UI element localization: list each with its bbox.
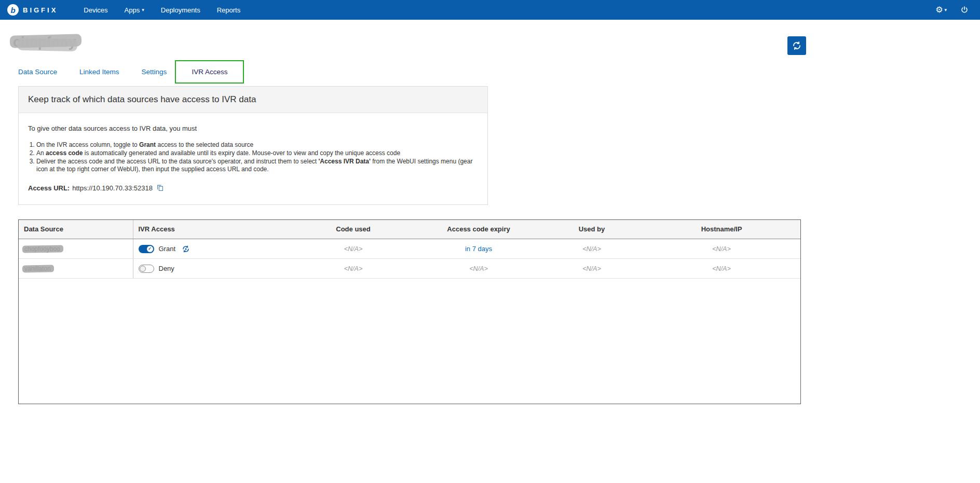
ivr-access-toggle[interactable]: [139, 265, 154, 273]
access-url-value: https://10.190.70.33:52318: [72, 184, 153, 192]
data-source-table: Data Source IVR Access Code used Access …: [18, 219, 801, 404]
ivr-access-toggle[interactable]: [139, 245, 154, 253]
access-url-label: Access URL:: [28, 184, 70, 192]
col-header-code-used: Code used: [290, 220, 416, 239]
step-2: An access code is automatically generate…: [36, 149, 478, 157]
active-tab-highlight: IVR Access: [175, 60, 244, 84]
tab-linked-items[interactable]: Linked Items: [79, 68, 119, 76]
toggle-state-label: Grant: [159, 245, 176, 253]
tab-ivr-access[interactable]: IVR Access: [192, 68, 227, 76]
gear-icon: ⚙: [935, 6, 943, 14]
page-title-redacted-text: chopfooy: [13, 34, 76, 50]
toggle-knob: [140, 266, 146, 272]
nav-right-controls: ⚙ ▾: [935, 6, 969, 14]
bigfix-logo-icon: b: [7, 4, 19, 16]
nav-item-apps[interactable]: Apps ▾: [116, 6, 153, 14]
col-header-data-source: Data Source: [19, 220, 133, 239]
regenerate-code-icon[interactable]: [182, 245, 190, 253]
access-code-expiry-cell: <N/A>: [416, 259, 541, 279]
used-by-cell: <N/A>: [541, 239, 643, 259]
copy-icon[interactable]: [157, 184, 164, 191]
toggle-knob: [147, 246, 153, 252]
settings-menu-button[interactable]: ⚙ ▾: [935, 6, 947, 14]
hostname-ip-cell: <N/A>: [643, 239, 800, 259]
main-menu: Devices Apps ▾ Deployments Reports: [75, 6, 249, 14]
col-header-used-by: Used by: [541, 220, 643, 239]
tab-settings[interactable]: Settings: [142, 68, 167, 76]
table-row: vanillaton Deny <N/A> <N/A> <N/A> <N/A>: [19, 259, 800, 279]
sync-icon: [792, 41, 801, 50]
step-3-bold: 'Access IVR Data': [318, 158, 370, 165]
step-2-text: An: [36, 149, 46, 157]
used-by-cell: <N/A>: [541, 259, 643, 279]
table-row: chopfooyboo Grant: [19, 239, 800, 259]
col-header-ivr-access: IVR Access: [133, 220, 290, 239]
nav-item-reports[interactable]: Reports: [209, 6, 249, 14]
col-header-hostname-ip: Hostname/IP: [643, 220, 800, 239]
step-1-text-after: access to the selected data source: [156, 141, 253, 148]
panel-heading: Keep track of which data sources have ac…: [19, 87, 487, 113]
panel-intro: To give other data sources access to IVR…: [28, 125, 478, 132]
ivr-info-panel: Keep track of which data sources have ac…: [18, 86, 488, 205]
step-3-text: Deliver the access code and the access U…: [36, 158, 318, 165]
step-1-bold: Grant: [139, 141, 156, 148]
page-title: chopfooy: [13, 34, 980, 50]
table-header-row: Data Source IVR Access Code used Access …: [19, 220, 800, 239]
nav-item-devices[interactable]: Devices: [75, 6, 116, 14]
nav-item-deployments[interactable]: Deployments: [153, 6, 209, 14]
col-header-access-code-expiry: Access code expiry: [416, 220, 541, 239]
toggle-state-label: Deny: [159, 265, 174, 272]
tab-bar: Data Source Linked Items Settings IVR Ac…: [18, 59, 980, 85]
instruction-steps: On the IVR access column, toggle to Gran…: [29, 141, 478, 173]
code-used-cell: <N/A>: [290, 259, 416, 279]
data-source-name-redacted: chopfooyboo: [24, 245, 60, 253]
hostname-ip-cell: <N/A>: [643, 259, 800, 279]
power-icon: [960, 6, 969, 14]
step-1: On the IVR access column, toggle to Gran…: [36, 141, 478, 149]
step-1-text: On the IVR access column, toggle to: [36, 141, 139, 148]
bigfix-logo: b BIGFIX: [7, 4, 58, 16]
top-nav: b BIGFIX Devices Apps ▾ Deployments Repo…: [0, 0, 980, 20]
step-2-text-after: is automatically generated and available…: [83, 149, 400, 157]
panel-body: To give other data sources access to IVR…: [19, 113, 487, 204]
brand-name: BIGFIX: [23, 6, 58, 14]
code-used-cell: <N/A>: [290, 239, 416, 259]
step-3: Deliver the access code and the access U…: [36, 158, 478, 173]
logout-button[interactable]: [960, 6, 969, 14]
nav-item-apps-label: Apps: [125, 6, 140, 14]
data-source-name-redacted: vanillaton: [24, 265, 51, 272]
access-url-row: Access URL: https://10.190.70.33:52318: [28, 184, 478, 192]
access-code-expiry-cell: in 7 days: [416, 239, 541, 259]
chevron-down-icon: ▾: [944, 8, 947, 12]
refresh-button[interactable]: [787, 36, 806, 55]
step-2-bold: access code: [46, 149, 83, 157]
chevron-down-icon: ▾: [142, 8, 144, 12]
tab-data-source[interactable]: Data Source: [18, 68, 57, 76]
